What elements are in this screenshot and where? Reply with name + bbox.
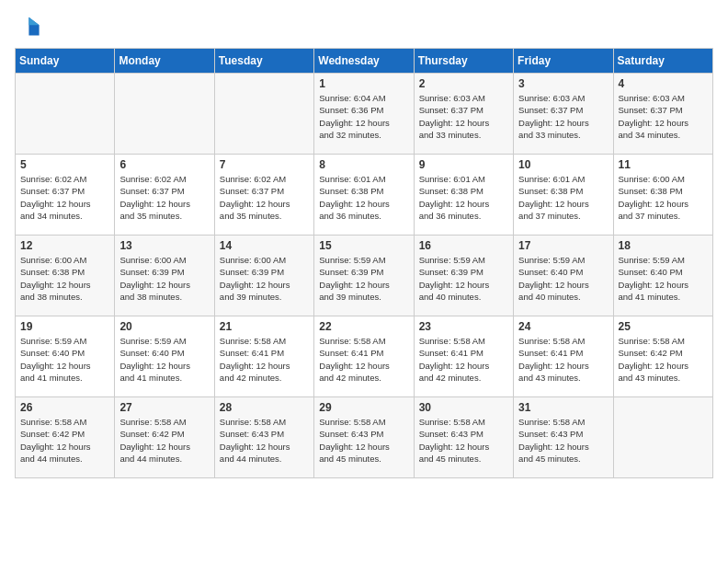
day-info: Sunrise: 5:58 AM Sunset: 6:42 PM Dayligh… bbox=[20, 416, 109, 465]
day-info: Sunrise: 6:04 AM Sunset: 6:36 PM Dayligh… bbox=[319, 92, 408, 141]
day-info: Sunrise: 6:00 AM Sunset: 6:38 PM Dayligh… bbox=[20, 254, 109, 303]
day-number: 5 bbox=[20, 158, 109, 171]
day-info: Sunrise: 5:58 AM Sunset: 6:42 PM Dayligh… bbox=[619, 335, 708, 384]
calendar-cell: 22Sunrise: 5:58 AM Sunset: 6:41 PM Dayli… bbox=[314, 316, 414, 397]
calendar-cell bbox=[214, 74, 313, 155]
day-info: Sunrise: 6:00 AM Sunset: 6:39 PM Dayligh… bbox=[220, 254, 309, 303]
calendar-cell: 20Sunrise: 5:59 AM Sunset: 6:40 PM Dayli… bbox=[115, 316, 214, 397]
day-number: 7 bbox=[220, 158, 309, 171]
weekday-header-row: SundayMondayTuesdayWednesdayThursdayFrid… bbox=[16, 49, 713, 74]
calendar-cell: 8Sunrise: 6:01 AM Sunset: 6:38 PM Daylig… bbox=[314, 155, 414, 236]
calendar-week-row: 26Sunrise: 5:58 AM Sunset: 6:42 PM Dayli… bbox=[16, 397, 713, 478]
day-info: Sunrise: 5:59 AM Sunset: 6:40 PM Dayligh… bbox=[518, 254, 608, 303]
calendar-cell: 30Sunrise: 5:58 AM Sunset: 6:43 PM Dayli… bbox=[414, 397, 513, 478]
day-info: Sunrise: 5:59 AM Sunset: 6:39 PM Dayligh… bbox=[419, 254, 508, 303]
calendar-cell: 28Sunrise: 5:58 AM Sunset: 6:43 PM Dayli… bbox=[214, 397, 313, 478]
weekday-header: Wednesday bbox=[314, 49, 414, 74]
calendar-cell: 7Sunrise: 6:02 AM Sunset: 6:37 PM Daylig… bbox=[214, 155, 313, 236]
calendar-cell: 1Sunrise: 6:04 AM Sunset: 6:36 PM Daylig… bbox=[314, 74, 414, 155]
day-number: 18 bbox=[619, 239, 708, 252]
day-info: Sunrise: 5:59 AM Sunset: 6:40 PM Dayligh… bbox=[619, 254, 708, 303]
day-info: Sunrise: 6:02 AM Sunset: 6:37 PM Dayligh… bbox=[119, 173, 209, 222]
day-info: Sunrise: 5:59 AM Sunset: 6:40 PM Dayligh… bbox=[20, 335, 109, 384]
weekday-header: Thursday bbox=[414, 49, 513, 74]
calendar-cell: 14Sunrise: 6:00 AM Sunset: 6:39 PM Dayli… bbox=[214, 236, 313, 316]
day-number: 19 bbox=[20, 320, 109, 333]
calendar-cell: 2Sunrise: 6:03 AM Sunset: 6:37 PM Daylig… bbox=[414, 74, 513, 155]
day-number: 1 bbox=[319, 77, 408, 90]
day-info: Sunrise: 6:03 AM Sunset: 6:37 PM Dayligh… bbox=[619, 92, 708, 141]
day-info: Sunrise: 5:58 AM Sunset: 6:42 PM Dayligh… bbox=[119, 416, 209, 465]
weekday-header: Monday bbox=[115, 49, 214, 74]
day-number: 4 bbox=[619, 77, 708, 90]
day-number: 25 bbox=[619, 320, 708, 333]
calendar-cell: 17Sunrise: 5:59 AM Sunset: 6:40 PM Dayli… bbox=[514, 236, 613, 316]
calendar-cell: 25Sunrise: 5:58 AM Sunset: 6:42 PM Dayli… bbox=[613, 316, 712, 397]
day-number: 11 bbox=[619, 158, 708, 171]
day-info: Sunrise: 5:58 AM Sunset: 6:41 PM Dayligh… bbox=[419, 335, 508, 384]
calendar-cell: 23Sunrise: 5:58 AM Sunset: 6:41 PM Dayli… bbox=[414, 316, 513, 397]
calendar-table: SundayMondayTuesdayWednesdayThursdayFrid… bbox=[15, 48, 713, 478]
calendar-week-row: 19Sunrise: 5:59 AM Sunset: 6:40 PM Dayli… bbox=[16, 316, 713, 397]
day-number: 29 bbox=[319, 401, 408, 414]
day-info: Sunrise: 6:01 AM Sunset: 6:38 PM Dayligh… bbox=[319, 173, 408, 222]
day-info: Sunrise: 5:59 AM Sunset: 6:39 PM Dayligh… bbox=[319, 254, 408, 303]
day-info: Sunrise: 6:02 AM Sunset: 6:37 PM Dayligh… bbox=[20, 173, 109, 222]
day-info: Sunrise: 5:58 AM Sunset: 6:41 PM Dayligh… bbox=[319, 335, 408, 384]
day-number: 23 bbox=[419, 320, 508, 333]
calendar-week-row: 1Sunrise: 6:04 AM Sunset: 6:36 PM Daylig… bbox=[16, 74, 713, 155]
calendar-cell: 9Sunrise: 6:01 AM Sunset: 6:38 PM Daylig… bbox=[414, 155, 513, 236]
day-info: Sunrise: 6:03 AM Sunset: 6:37 PM Dayligh… bbox=[518, 92, 608, 141]
calendar-week-row: 12Sunrise: 6:00 AM Sunset: 6:38 PM Dayli… bbox=[16, 236, 713, 316]
day-number: 26 bbox=[20, 401, 109, 414]
day-number: 31 bbox=[518, 401, 608, 414]
day-number: 21 bbox=[220, 320, 309, 333]
calendar-cell: 24Sunrise: 5:58 AM Sunset: 6:41 PM Dayli… bbox=[514, 316, 613, 397]
logo-icon bbox=[15, 15, 40, 40]
day-info: Sunrise: 5:58 AM Sunset: 6:43 PM Dayligh… bbox=[220, 416, 309, 465]
day-number: 27 bbox=[119, 401, 209, 414]
calendar-cell: 4Sunrise: 6:03 AM Sunset: 6:37 PM Daylig… bbox=[613, 74, 712, 155]
day-number: 17 bbox=[518, 239, 608, 252]
weekday-header: Tuesday bbox=[214, 49, 313, 74]
calendar-cell: 27Sunrise: 5:58 AM Sunset: 6:42 PM Dayli… bbox=[115, 397, 214, 478]
day-number: 22 bbox=[319, 320, 408, 333]
weekday-header: Sunday bbox=[16, 49, 115, 74]
day-info: Sunrise: 5:58 AM Sunset: 6:43 PM Dayligh… bbox=[518, 416, 608, 465]
day-info: Sunrise: 6:01 AM Sunset: 6:38 PM Dayligh… bbox=[419, 173, 508, 222]
calendar-cell bbox=[613, 397, 712, 478]
day-number: 2 bbox=[419, 77, 508, 90]
day-number: 30 bbox=[419, 401, 508, 414]
svg-marker-1 bbox=[28, 17, 39, 25]
day-info: Sunrise: 6:00 AM Sunset: 6:39 PM Dayligh… bbox=[119, 254, 209, 303]
day-number: 20 bbox=[119, 320, 209, 333]
day-number: 16 bbox=[419, 239, 508, 252]
calendar-cell: 10Sunrise: 6:01 AM Sunset: 6:38 PM Dayli… bbox=[514, 155, 613, 236]
day-number: 24 bbox=[518, 320, 608, 333]
day-number: 28 bbox=[220, 401, 309, 414]
calendar-cell bbox=[115, 74, 214, 155]
calendar-cell bbox=[16, 74, 115, 155]
day-number: 6 bbox=[119, 158, 209, 171]
day-number: 9 bbox=[419, 158, 508, 171]
calendar-cell: 21Sunrise: 5:58 AM Sunset: 6:41 PM Dayli… bbox=[214, 316, 313, 397]
calendar-cell: 16Sunrise: 5:59 AM Sunset: 6:39 PM Dayli… bbox=[414, 236, 513, 316]
day-info: Sunrise: 6:00 AM Sunset: 6:38 PM Dayligh… bbox=[619, 173, 708, 222]
day-number: 12 bbox=[20, 239, 109, 252]
calendar-cell: 29Sunrise: 5:58 AM Sunset: 6:43 PM Dayli… bbox=[314, 397, 414, 478]
calendar-cell: 31Sunrise: 5:58 AM Sunset: 6:43 PM Dayli… bbox=[514, 397, 613, 478]
weekday-header: Friday bbox=[514, 49, 613, 74]
calendar-cell: 5Sunrise: 6:02 AM Sunset: 6:37 PM Daylig… bbox=[16, 155, 115, 236]
calendar-week-row: 5Sunrise: 6:02 AM Sunset: 6:37 PM Daylig… bbox=[16, 155, 713, 236]
calendar-cell: 11Sunrise: 6:00 AM Sunset: 6:38 PM Dayli… bbox=[613, 155, 712, 236]
day-number: 14 bbox=[220, 239, 309, 252]
calendar-cell: 19Sunrise: 5:59 AM Sunset: 6:40 PM Dayli… bbox=[16, 316, 115, 397]
calendar-cell: 12Sunrise: 6:00 AM Sunset: 6:38 PM Dayli… bbox=[16, 236, 115, 316]
page-header bbox=[15, 15, 713, 40]
day-info: Sunrise: 5:59 AM Sunset: 6:40 PM Dayligh… bbox=[119, 335, 209, 384]
logo bbox=[15, 15, 44, 40]
day-info: Sunrise: 6:02 AM Sunset: 6:37 PM Dayligh… bbox=[220, 173, 309, 222]
day-info: Sunrise: 6:03 AM Sunset: 6:37 PM Dayligh… bbox=[419, 92, 508, 141]
day-number: 15 bbox=[319, 239, 408, 252]
weekday-header: Saturday bbox=[613, 49, 712, 74]
